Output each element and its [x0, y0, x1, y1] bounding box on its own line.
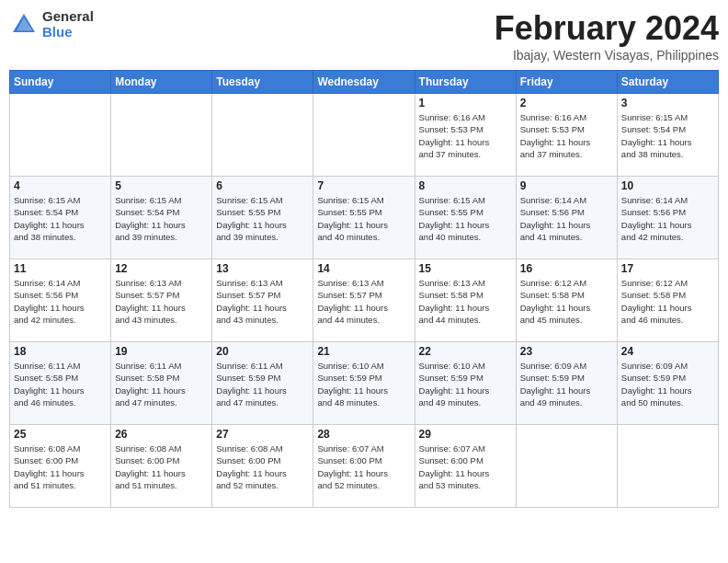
title-block: February 2024 Ibajay, Western Visayas, P… — [495, 9, 719, 63]
calendar-cell: 22Sunrise: 6:10 AM Sunset: 5:59 PM Dayli… — [415, 342, 516, 425]
day-info: Sunrise: 6:14 AM Sunset: 5:56 PM Dayligh… — [621, 194, 714, 243]
day-number: 1 — [419, 97, 512, 109]
calendar-cell: 17Sunrise: 6:12 AM Sunset: 5:58 PM Dayli… — [617, 259, 718, 342]
calendar-week-4: 18Sunrise: 6:11 AM Sunset: 5:58 PM Dayli… — [10, 342, 719, 425]
day-number: 16 — [520, 262, 613, 275]
day-number: 20 — [216, 345, 309, 358]
calendar-cell: 3Sunrise: 6:15 AM Sunset: 5:54 PM Daylig… — [617, 94, 718, 177]
day-number: 12 — [115, 262, 208, 275]
calendar-cell: 27Sunrise: 6:08 AM Sunset: 6:00 PM Dayli… — [212, 425, 313, 508]
calendar-cell: 4Sunrise: 6:15 AM Sunset: 5:54 PM Daylig… — [10, 177, 111, 259]
calendar-cell: 1Sunrise: 6:16 AM Sunset: 5:53 PM Daylig… — [415, 94, 516, 177]
calendar-cell: 12Sunrise: 6:13 AM Sunset: 5:57 PM Dayli… — [111, 259, 212, 342]
day-info: Sunrise: 6:15 AM Sunset: 5:55 PM Dayligh… — [216, 194, 309, 243]
day-number: 14 — [317, 262, 410, 275]
calendar-cell: 18Sunrise: 6:11 AM Sunset: 5:58 PM Dayli… — [10, 342, 111, 425]
day-number: 6 — [216, 179, 309, 192]
calendar-cell — [10, 94, 111, 177]
day-number: 15 — [419, 262, 512, 275]
day-number: 21 — [317, 345, 410, 358]
day-info: Sunrise: 6:14 AM Sunset: 5:56 PM Dayligh… — [14, 277, 107, 326]
logo-text: General Blue — [42, 9, 94, 40]
calendar-cell: 5Sunrise: 6:15 AM Sunset: 5:54 PM Daylig… — [111, 177, 212, 259]
day-number: 24 — [621, 345, 714, 358]
day-info: Sunrise: 6:07 AM Sunset: 6:00 PM Dayligh… — [317, 442, 410, 491]
calendar-cell: 13Sunrise: 6:13 AM Sunset: 5:57 PM Dayli… — [212, 259, 313, 342]
day-info: Sunrise: 6:13 AM Sunset: 5:58 PM Dayligh… — [419, 277, 512, 326]
calendar-cell — [516, 425, 617, 508]
calendar-cell: 15Sunrise: 6:13 AM Sunset: 5:58 PM Dayli… — [415, 259, 516, 342]
day-info: Sunrise: 6:15 AM Sunset: 5:55 PM Dayligh… — [317, 194, 410, 243]
calendar-cell: 21Sunrise: 6:10 AM Sunset: 5:59 PM Dayli… — [313, 342, 415, 425]
header-saturday: Saturday — [617, 71, 718, 94]
calendar-week-1: 1Sunrise: 6:16 AM Sunset: 5:53 PM Daylig… — [10, 94, 719, 177]
day-info: Sunrise: 6:15 AM Sunset: 5:55 PM Dayligh… — [419, 194, 512, 243]
calendar-cell: 11Sunrise: 6:14 AM Sunset: 5:56 PM Dayli… — [10, 259, 111, 342]
day-number: 28 — [317, 428, 410, 441]
day-number: 26 — [115, 428, 208, 441]
day-number: 19 — [115, 345, 208, 358]
logo-general: General — [42, 9, 94, 25]
calendar-cell: 28Sunrise: 6:07 AM Sunset: 6:00 PM Dayli… — [313, 425, 415, 508]
calendar-cell: 25Sunrise: 6:08 AM Sunset: 6:00 PM Dayli… — [10, 425, 111, 508]
logo-icon — [9, 10, 39, 40]
calendar-cell: 14Sunrise: 6:13 AM Sunset: 5:57 PM Dayli… — [313, 259, 415, 342]
day-info: Sunrise: 6:10 AM Sunset: 5:59 PM Dayligh… — [419, 360, 512, 408]
day-number: 17 — [621, 262, 714, 275]
calendar-cell — [313, 94, 415, 177]
calendar-week-2: 4Sunrise: 6:15 AM Sunset: 5:54 PM Daylig… — [10, 177, 719, 259]
calendar-week-5: 25Sunrise: 6:08 AM Sunset: 6:00 PM Dayli… — [10, 425, 719, 508]
day-number: 11 — [14, 262, 107, 275]
calendar-cell: 19Sunrise: 6:11 AM Sunset: 5:58 PM Dayli… — [111, 342, 212, 425]
day-info: Sunrise: 6:12 AM Sunset: 5:58 PM Dayligh… — [621, 277, 714, 326]
day-info: Sunrise: 6:09 AM Sunset: 5:59 PM Dayligh… — [621, 360, 714, 408]
month-title: February 2024 — [495, 9, 719, 48]
day-info: Sunrise: 6:13 AM Sunset: 5:57 PM Dayligh… — [115, 277, 208, 326]
page-header: General Blue February 2024 Ibajay, Weste… — [9, 9, 719, 63]
day-info: Sunrise: 6:11 AM Sunset: 5:59 PM Dayligh… — [216, 360, 309, 408]
day-number: 3 — [621, 97, 714, 109]
calendar-header-row: Sunday Monday Tuesday Wednesday Thursday… — [10, 71, 719, 94]
calendar-cell: 10Sunrise: 6:14 AM Sunset: 5:56 PM Dayli… — [617, 177, 718, 259]
day-info: Sunrise: 6:09 AM Sunset: 5:59 PM Dayligh… — [520, 360, 613, 408]
calendar-cell: 9Sunrise: 6:14 AM Sunset: 5:56 PM Daylig… — [516, 177, 617, 259]
day-number: 25 — [14, 428, 107, 441]
day-number: 2 — [520, 97, 613, 109]
day-info: Sunrise: 6:13 AM Sunset: 5:57 PM Dayligh… — [216, 277, 309, 326]
day-info: Sunrise: 6:15 AM Sunset: 5:54 PM Dayligh… — [115, 194, 208, 243]
header-friday: Friday — [516, 71, 617, 94]
day-info: Sunrise: 6:14 AM Sunset: 5:56 PM Dayligh… — [520, 194, 613, 243]
calendar-cell: 29Sunrise: 6:07 AM Sunset: 6:00 PM Dayli… — [415, 425, 516, 508]
day-info: Sunrise: 6:08 AM Sunset: 6:00 PM Dayligh… — [14, 442, 107, 491]
header-monday: Monday — [111, 71, 212, 94]
header-thursday: Thursday — [415, 71, 516, 94]
day-info: Sunrise: 6:12 AM Sunset: 5:58 PM Dayligh… — [520, 277, 613, 326]
day-info: Sunrise: 6:15 AM Sunset: 5:54 PM Dayligh… — [14, 194, 107, 243]
day-info: Sunrise: 6:11 AM Sunset: 5:58 PM Dayligh… — [14, 360, 107, 408]
day-info: Sunrise: 6:07 AM Sunset: 6:00 PM Dayligh… — [419, 442, 512, 491]
day-info: Sunrise: 6:15 AM Sunset: 5:54 PM Dayligh… — [621, 111, 714, 160]
day-number: 10 — [621, 179, 714, 192]
day-number: 13 — [216, 262, 309, 275]
calendar-table: Sunday Monday Tuesday Wednesday Thursday… — [9, 70, 719, 508]
day-info: Sunrise: 6:08 AM Sunset: 6:00 PM Dayligh… — [216, 442, 309, 491]
logo: General Blue — [9, 9, 94, 40]
day-number: 7 — [317, 179, 410, 192]
calendar-cell: 16Sunrise: 6:12 AM Sunset: 5:58 PM Dayli… — [516, 259, 617, 342]
calendar-cell: 26Sunrise: 6:08 AM Sunset: 6:00 PM Dayli… — [111, 425, 212, 508]
day-info: Sunrise: 6:13 AM Sunset: 5:57 PM Dayligh… — [317, 277, 410, 326]
location-title: Ibajay, Western Visayas, Philippines — [495, 48, 719, 63]
day-number: 4 — [14, 179, 107, 192]
day-info: Sunrise: 6:16 AM Sunset: 5:53 PM Dayligh… — [520, 111, 613, 160]
calendar-cell: 23Sunrise: 6:09 AM Sunset: 5:59 PM Dayli… — [516, 342, 617, 425]
calendar-cell: 6Sunrise: 6:15 AM Sunset: 5:55 PM Daylig… — [212, 177, 313, 259]
day-number: 8 — [419, 179, 512, 192]
header-tuesday: Tuesday — [212, 71, 313, 94]
calendar-cell — [212, 94, 313, 177]
logo-blue: Blue — [42, 25, 94, 40]
calendar-cell: 8Sunrise: 6:15 AM Sunset: 5:55 PM Daylig… — [415, 177, 516, 259]
day-number: 18 — [14, 345, 107, 358]
calendar-cell — [617, 425, 718, 508]
calendar-cell: 7Sunrise: 6:15 AM Sunset: 5:55 PM Daylig… — [313, 177, 415, 259]
day-info: Sunrise: 6:10 AM Sunset: 5:59 PM Dayligh… — [317, 360, 410, 408]
